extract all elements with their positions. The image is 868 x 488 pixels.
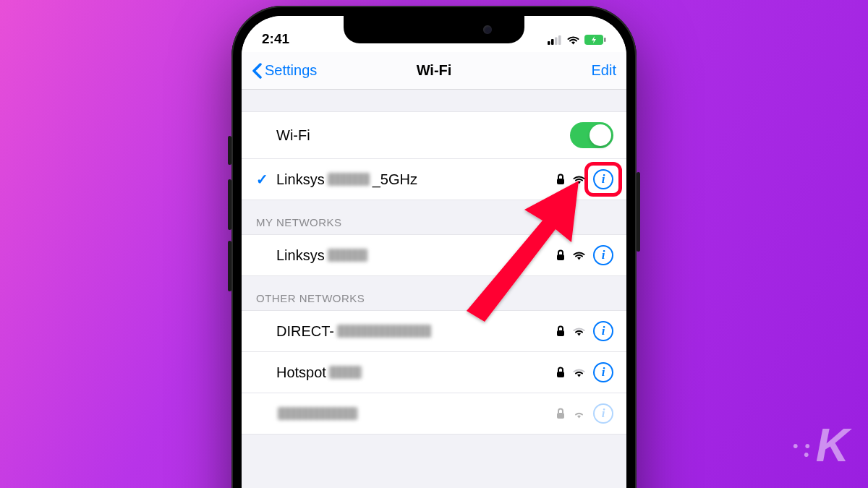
svg-rect-0 xyxy=(548,41,550,45)
edit-button[interactable]: Edit xyxy=(592,62,616,79)
watermark: • • •K xyxy=(793,419,846,472)
other-networks-group: DIRECT- i Hotspot xyxy=(242,310,626,435)
lock-icon xyxy=(556,174,565,185)
lock-icon xyxy=(556,249,565,261)
content: Wi-Fi ✓ Linksys_5GHz i MY NETWORK xyxy=(242,111,626,435)
network-row[interactable]: Linksys i xyxy=(242,235,626,275)
phone-frame: 2:41 Settings Wi-Fi Edit Wi-Fi xyxy=(231,6,637,488)
info-button[interactable]: i xyxy=(593,362,613,382)
cellular-icon xyxy=(548,35,562,45)
svg-rect-3 xyxy=(558,35,561,45)
wifi-toggle-row[interactable]: Wi-Fi xyxy=(242,112,626,158)
network-row[interactable]: Hotspot i xyxy=(242,351,626,393)
wifi-toggle-label: Wi-Fi xyxy=(276,127,570,144)
info-button[interactable]: i xyxy=(593,403,613,424)
side-button-power xyxy=(637,172,640,252)
network-row[interactable]: DIRECT- i xyxy=(242,311,626,351)
connected-network-row[interactable]: ✓ Linksys_5GHz i xyxy=(242,158,626,200)
back-button[interactable]: Settings xyxy=(252,62,317,79)
checkmark-icon: ✓ xyxy=(256,171,276,188)
wifi-group: Wi-Fi ✓ Linksys_5GHz i xyxy=(242,111,626,200)
network-name xyxy=(276,407,556,420)
network-name: DIRECT- xyxy=(276,323,556,340)
wifi-signal-icon xyxy=(572,408,586,419)
svg-rect-6 xyxy=(557,179,564,184)
info-button[interactable]: i xyxy=(593,321,613,341)
nav-bar: Settings Wi-Fi Edit xyxy=(242,52,626,90)
my-networks-header: MY NETWORKS xyxy=(242,200,626,234)
status-time: 2:41 xyxy=(262,31,289,47)
notch xyxy=(344,16,524,43)
svg-rect-8 xyxy=(557,330,564,336)
wifi-signal-icon xyxy=(572,250,586,260)
svg-rect-7 xyxy=(557,254,564,260)
lock-icon xyxy=(556,408,565,419)
svg-rect-9 xyxy=(557,372,564,377)
battery-icon xyxy=(584,35,606,45)
network-row[interactable]: i xyxy=(242,393,626,434)
side-button-mute xyxy=(228,136,231,165)
back-label: Settings xyxy=(265,62,317,79)
wifi-toggle[interactable] xyxy=(570,122,613,148)
svg-rect-10 xyxy=(557,413,564,419)
lock-icon xyxy=(556,367,565,378)
status-indicators xyxy=(548,33,606,45)
screen: 2:41 Settings Wi-Fi Edit Wi-Fi xyxy=(242,16,626,488)
svg-rect-2 xyxy=(555,37,558,45)
chevron-left-icon xyxy=(252,63,262,79)
connected-network-name: Linksys_5GHz xyxy=(276,171,556,188)
side-button-vol-down xyxy=(228,241,231,291)
network-name: Linksys xyxy=(276,247,556,264)
info-button[interactable]: i xyxy=(593,169,613,189)
wifi-status-icon xyxy=(566,35,580,45)
wifi-signal-icon xyxy=(572,174,586,184)
my-networks-group: Linksys i xyxy=(242,234,626,276)
info-button[interactable]: i xyxy=(593,245,613,265)
other-networks-header: OTHER NETWORKS xyxy=(242,276,626,310)
wifi-signal-icon xyxy=(572,326,586,336)
side-button-vol-up xyxy=(228,179,231,230)
wifi-signal-icon xyxy=(572,367,586,377)
lock-icon xyxy=(556,325,565,337)
network-name: Hotspot xyxy=(276,364,556,381)
svg-rect-1 xyxy=(551,39,554,45)
svg-rect-5 xyxy=(604,38,606,42)
